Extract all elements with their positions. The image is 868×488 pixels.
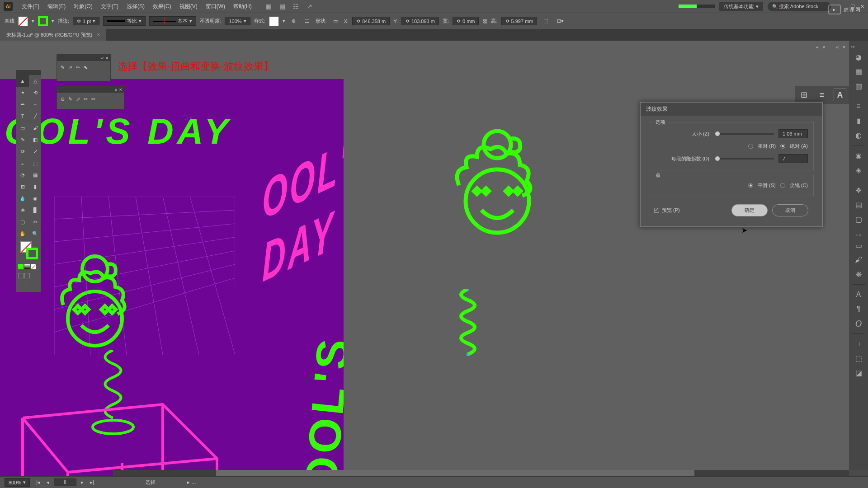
graph-tool[interactable]: ▊ bbox=[29, 204, 42, 216]
close-icon[interactable]: × bbox=[119, 87, 122, 92]
char-icon[interactable]: A bbox=[834, 89, 846, 101]
color-mode[interactable] bbox=[18, 264, 24, 269]
line-tool[interactable]: ╱ bbox=[29, 110, 42, 122]
artboards-icon[interactable]: ▢ bbox=[852, 213, 865, 225]
layout-icon[interactable]: ☷ bbox=[292, 3, 300, 10]
eraser-tool[interactable]: ◧ bbox=[29, 134, 42, 145]
hand-tool[interactable]: ✋ bbox=[16, 228, 29, 239]
draw-behind[interactable] bbox=[24, 273, 30, 278]
status-more[interactable]: ▸ … bbox=[187, 479, 196, 485]
dialog-title[interactable]: 波纹效果 bbox=[641, 103, 822, 116]
panel-icon[interactable]: ✎ bbox=[68, 96, 72, 102]
menu-file[interactable]: 文件(F) bbox=[18, 1, 43, 12]
size-slider[interactable] bbox=[715, 133, 774, 135]
smooth-radio[interactable] bbox=[748, 183, 753, 188]
corner-radio[interactable] bbox=[780, 183, 785, 188]
panel-icon[interactable]: ✎ bbox=[61, 65, 65, 70]
x-input[interactable]: ≎846.358 m bbox=[352, 17, 390, 25]
menu-window[interactable]: 窗口(W) bbox=[202, 1, 229, 12]
transform-icon[interactable]: ▭ bbox=[333, 18, 338, 24]
w-input[interactable]: ≎0 mm bbox=[453, 17, 479, 25]
ridges-slider[interactable] bbox=[715, 158, 774, 160]
panel-icon[interactable]: ✏ bbox=[76, 65, 80, 70]
h-input[interactable]: ≎5.997 mm bbox=[501, 17, 538, 25]
zigzag-selected[interactable] bbox=[452, 289, 484, 357]
pathfinder-icon[interactable]: ◪ bbox=[852, 366, 865, 379]
doc-tab-active[interactable]: 未标题-1.ai* @ 800% (RGB/GPU 预览) × bbox=[0, 29, 106, 41]
collapse-icon[interactable]: « bbox=[101, 55, 104, 61]
brushes-icon[interactable]: 🖌 bbox=[852, 253, 865, 266]
arrange-icon[interactable]: ▤ bbox=[279, 3, 286, 10]
fill-swatch[interactable] bbox=[18, 16, 28, 26]
eyedropper-tool[interactable]: 💧 bbox=[16, 192, 29, 204]
curvature-tool[interactable]: ～ bbox=[29, 99, 42, 110]
link-icon[interactable]: ⛓ bbox=[482, 19, 487, 24]
preview-checkbox[interactable] bbox=[654, 208, 659, 213]
free-transform[interactable]: ⬚ bbox=[29, 157, 42, 169]
search-input[interactable]: 🔍 搜索 Adobe Stock bbox=[768, 2, 831, 11]
ridges-value[interactable]: 7 bbox=[778, 154, 808, 163]
brush-def[interactable]: 基本▾ bbox=[149, 16, 196, 26]
screen-mode[interactable]: ⛶ bbox=[16, 280, 29, 292]
asset-export-icon[interactable]: ▤ bbox=[852, 198, 865, 211]
artboard-num[interactable]: 8 bbox=[54, 479, 76, 486]
lasso-tool[interactable]: ⟲ bbox=[29, 87, 42, 99]
stroke-weight[interactable]: ≎1 pt▾ bbox=[73, 17, 99, 25]
perspective-tool[interactable]: ▦ bbox=[29, 169, 42, 181]
collapse-icon[interactable]: « bbox=[114, 87, 117, 92]
align-icon[interactable]: ☰ bbox=[305, 18, 309, 24]
recolor-icon[interactable]: ⊛ bbox=[292, 18, 296, 24]
zoom-tool[interactable]: 🔍 bbox=[29, 228, 42, 239]
close-icon[interactable]: × bbox=[106, 55, 108, 61]
gradient-panel-icon[interactable]: ▮ bbox=[852, 114, 865, 127]
gradient-tool[interactable]: ▮ bbox=[29, 181, 42, 192]
panel-icon[interactable]: ⊖ bbox=[61, 96, 65, 102]
stroke-swatch[interactable] bbox=[38, 16, 48, 26]
menu-edit[interactable]: 编辑(E) bbox=[44, 1, 69, 12]
toolbox-grip[interactable] bbox=[16, 70, 41, 75]
scale-tool[interactable]: ⤢ bbox=[29, 145, 42, 157]
artboard[interactable]: OOL'S DAY OOL'S DAY OOL'S DAY bbox=[0, 79, 344, 488]
panel-icon[interactable]: ✂ bbox=[91, 96, 95, 102]
prev-artboard[interactable]: ◂ bbox=[45, 479, 51, 486]
panel-icon[interactable]: ⬀ bbox=[68, 65, 72, 70]
menu-select[interactable]: 选择(S) bbox=[123, 1, 148, 12]
blend-tool[interactable]: ◉ bbox=[29, 192, 42, 204]
float-panel-1[interactable]: «× ✎⬀✏⬉ bbox=[57, 54, 111, 81]
menu-help[interactable]: 帮助(H) bbox=[230, 1, 255, 12]
mesh-tool[interactable]: ⊞ bbox=[16, 181, 29, 192]
dock-expand[interactable]: » ≡ bbox=[856, 233, 862, 237]
pen-tool[interactable]: ✒ bbox=[16, 99, 29, 110]
stroke-panel-icon[interactable]: ≡ bbox=[852, 100, 865, 113]
list-icon[interactable]: ≡ bbox=[816, 89, 828, 101]
next-artboard[interactable]: ▸ bbox=[79, 479, 85, 486]
draw-normal[interactable] bbox=[18, 273, 24, 278]
workspace-switcher[interactable]: 传统基本功能 ▾ bbox=[719, 2, 763, 11]
char-panel-icon[interactable]: A bbox=[852, 288, 865, 301]
absolute-radio[interactable] bbox=[780, 144, 785, 149]
stroke-profile[interactable]: 等比▾ bbox=[103, 16, 146, 26]
close-tab-icon[interactable]: × bbox=[97, 32, 100, 38]
grid-icon[interactable]: ⊞ bbox=[797, 89, 810, 101]
menu-view[interactable]: 视图(V) bbox=[176, 1, 201, 12]
size-value[interactable]: 1.06 mm bbox=[778, 129, 808, 138]
type-tool[interactable]: T bbox=[16, 110, 29, 122]
align-panel-icon[interactable]: ⫞ bbox=[852, 338, 865, 350]
none-mode[interactable] bbox=[31, 264, 36, 269]
layers-icon[interactable]: ❖ bbox=[852, 184, 865, 197]
shaper-tool[interactable]: ✎ bbox=[16, 134, 29, 145]
opacity-input[interactable]: 100%▾ bbox=[225, 17, 250, 25]
clown-copy[interactable] bbox=[434, 124, 552, 251]
cloud-icon[interactable]: ▦ bbox=[265, 3, 273, 10]
color-panel-icon[interactable]: ◕ bbox=[852, 51, 865, 63]
artboard-tool[interactable]: ▢ bbox=[16, 216, 29, 228]
panel-icon[interactable]: ⬉ bbox=[84, 65, 88, 70]
shape-builder[interactable]: ◔ bbox=[16, 169, 29, 181]
para-panel-icon[interactable]: ¶ bbox=[852, 303, 865, 315]
stroke-box[interactable] bbox=[26, 248, 38, 259]
color-guide-icon[interactable]: ▥ bbox=[852, 80, 865, 92]
menu-object[interactable]: 对象(O) bbox=[70, 1, 96, 12]
relative-radio[interactable] bbox=[748, 144, 753, 149]
dock-collapse[interactable]: ▸▸ bbox=[851, 44, 855, 49]
isolate-icon[interactable]: ⬚ bbox=[543, 18, 548, 24]
